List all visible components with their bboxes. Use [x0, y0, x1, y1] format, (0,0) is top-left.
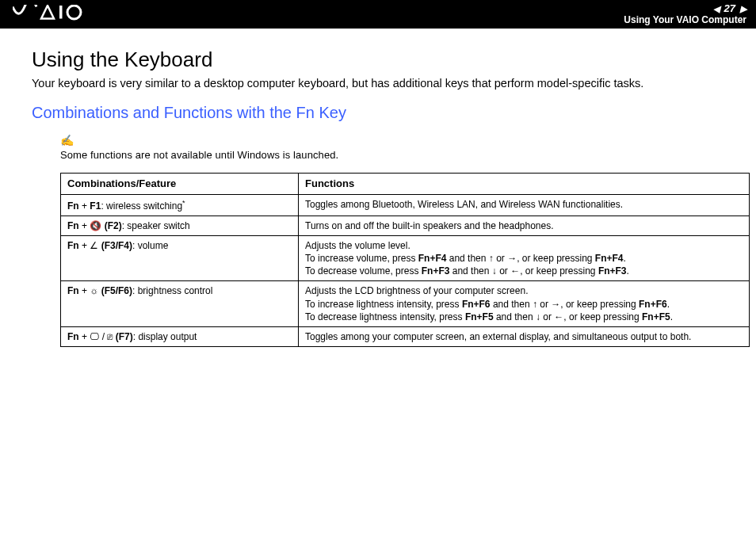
table-header-row: Combinations/Feature Functions [61, 174, 750, 195]
table-row: Fn + 🔇 (F2): speaker switchTurns on and … [61, 216, 750, 235]
table-header-functions: Functions [299, 174, 750, 195]
svg-point-1 [67, 6, 81, 19]
pager: ◀ 27 ▶ [713, 3, 746, 14]
table-header-combinations: Combinations/Feature [61, 174, 299, 195]
table-row: Fn + ∠ (F3/F4): volumeAdjusts the volume… [61, 235, 750, 281]
subsection-title: Combinations and Functions with the Fn K… [32, 104, 724, 122]
note-text: Some functions are not available until W… [60, 149, 338, 161]
vaio-logo-svg [13, 5, 84, 21]
function-cell: Turns on and off the built-in speakers a… [299, 216, 750, 235]
svg-rect-0 [59, 6, 63, 19]
fn-key-table: Combinations/Feature Functions Fn + F1: … [60, 173, 750, 347]
table-row: Fn + F1: wireless switching*Toggles amon… [61, 194, 750, 216]
next-page-icon[interactable]: ▶ [740, 4, 746, 13]
function-cell: Adjusts the volume level.To increase vol… [299, 235, 750, 281]
combination-cell: Fn + 🔇 (F2): speaker switch [61, 216, 299, 235]
pencil-note-icon: ✍ [60, 134, 74, 147]
intro-paragraph: Your keyboard is very similar to a deskt… [32, 77, 724, 90]
function-cell: Toggles among your computer screen, an e… [299, 327, 750, 347]
combination-cell: Fn + F1: wireless switching* [61, 194, 299, 216]
table-row: Fn + 🖵 / ⎚ (F7): display outputToggles a… [61, 327, 750, 347]
document-page: ◀ 27 ▶ Using Your VAIO Computer Using th… [0, 0, 756, 534]
vaio-logo [13, 5, 84, 25]
section-name: Using Your VAIO Computer [624, 15, 746, 25]
function-cell: Toggles among Bluetooth, Wireless LAN, a… [299, 194, 750, 216]
prev-page-icon[interactable]: ◀ [713, 4, 720, 13]
header-right: ◀ 27 ▶ Using Your VAIO Computer [624, 3, 746, 25]
page-number: 27 [724, 3, 735, 14]
note-block: ✍ Some functions are not available until… [60, 133, 724, 162]
table-row: Fn + ☼ (F5/F6): brightness controlAdjust… [61, 281, 750, 327]
combination-cell: Fn + ∠ (F3/F4): volume [61, 235, 299, 281]
function-cell: Adjusts the LCD brightness of your compu… [299, 281, 750, 327]
combination-cell: Fn + ☼ (F5/F6): brightness control [61, 281, 299, 327]
content-area: Using the Keyboard Your keyboard is very… [0, 29, 756, 347]
header-bar: ◀ 27 ▶ Using Your VAIO Computer [0, 0, 756, 29]
combination-cell: Fn + 🖵 / ⎚ (F7): display output [61, 327, 299, 347]
page-title: Using the Keyboard [32, 48, 724, 72]
